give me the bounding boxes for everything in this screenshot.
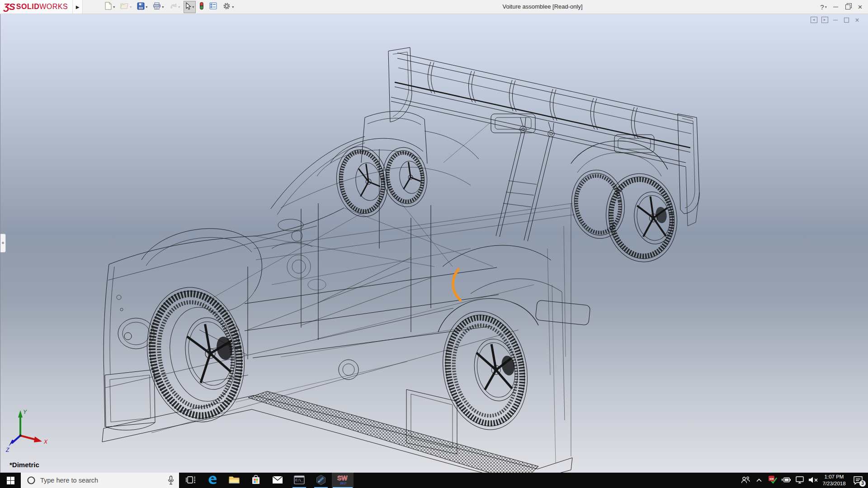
gear-icon [222,2,231,12]
volume-muted-icon [808,476,819,485]
axis-z-label: Z [5,447,9,453]
select-button[interactable]: ▾ [184,1,196,13]
people-icon [741,476,750,485]
file-explorer-icon [229,475,240,486]
minimize-icon [833,20,838,20]
taskbar-app-composer[interactable] [310,473,332,488]
command-prompt-icon: C:\_ [294,475,305,486]
axis-x-label: X [43,439,48,445]
taskbar-clock[interactable]: 1:07 PM 7/23/2018 [820,473,848,488]
tray-volume-muted-button[interactable] [807,473,820,488]
start-button[interactable] [0,473,21,488]
solidworks-logo-text-light: WORKS [39,3,68,11]
chevron-down-icon[interactable]: ▾ [178,5,180,9]
close-icon: × [858,3,863,11]
chevron-down-icon: ▾ [825,5,827,9]
close-button[interactable]: × [854,0,866,14]
tray-show-hidden-icons-button[interactable] [752,473,766,488]
panel-expand-dot-icon [2,242,4,244]
taskbar-app-solidworks-2017[interactable]: SW2017 [332,473,354,488]
graphics-area[interactable]: ◂ ▸ × Y X Z *Dimetric [0,14,868,473]
chevron-down-icon[interactable]: ▾ [113,5,115,9]
taskbar-app-task-view[interactable] [180,473,202,488]
chevron-down-icon[interactable]: ▾ [146,5,147,9]
restore-icon [845,5,850,9]
minimize-icon [833,7,838,7]
print-button[interactable]: ▾ [151,1,165,13]
panel-expand-tab[interactable] [0,234,6,253]
svg-text:sw: sw [769,477,774,480]
solidworks-check-icon: sw [768,475,777,485]
svg-text:SW: SW [337,474,348,482]
solidworks-logo-glyph: ƷS [4,1,15,12]
microphone-icon[interactable] [167,475,175,487]
svg-text:C:\_: C:\_ [295,479,303,482]
chevron-up-icon [756,477,762,484]
task-view-icon [186,475,196,486]
clock-date: 7/23/2018 [822,480,845,487]
pane-right-icon: ▸ [821,17,828,23]
undo-icon [169,2,177,11]
solidworks-logo: ƷS SOLID WORKS [0,0,73,14]
chevron-down-icon[interactable]: ▾ [162,5,164,9]
taskbar-app-mail[interactable] [267,473,288,488]
taskbar-app-store[interactable] [245,473,267,488]
doc-restore-button[interactable] [841,16,852,24]
minimize-button[interactable] [830,0,842,14]
model-wireframe-car[interactable] [0,14,868,473]
system-tray: sw 1:07 PM 7/23/2018 3 [739,473,868,488]
store-icon [251,474,261,487]
chevron-down-icon[interactable]: ▾ [232,5,234,9]
tray-solidworks-resource-monitor-button[interactable]: sw [766,473,779,488]
quick-access-toolbar: ▾▾▾▾▾▾▾ [102,0,236,14]
select-cursor-icon [185,2,191,12]
solidworks-logo-text-bold: SOLID [16,3,39,11]
save-icon [137,2,145,12]
document-window-controls: ◂ ▸ × [808,16,863,24]
pane-left-icon: ◂ [811,17,817,23]
save-button[interactable]: ▾ [135,1,149,13]
undo-button: ▾ [167,1,182,13]
open-button: ▾ [118,1,133,13]
close-icon: × [855,16,859,24]
rebuild-traffic-light-icon [199,2,204,12]
axis-y-label: Y [23,409,27,415]
document-properties-button[interactable] [208,1,219,13]
settings-button[interactable]: ▾ [221,0,236,14]
taskbar-search-input[interactable]: Type here to search [21,473,179,488]
restore-icon [844,18,849,23]
tray-power-button[interactable] [779,473,793,488]
svg-text:2017: 2017 [340,482,347,485]
pane-right-button[interactable]: ▸ [819,16,830,24]
taskbar-app-command-prompt[interactable]: C:\_ [288,473,310,488]
selected-edge-highlight [453,269,460,300]
doc-close-button[interactable]: × [852,16,863,24]
taskbar-app-edge[interactable] [202,473,223,488]
taskbar-app-file-explorer[interactable] [223,473,245,488]
toolbar-flyout-button[interactable]: ▶ [73,0,83,14]
taskbar-apps: C:\_SW2017 [180,473,354,488]
rebuild-button[interactable] [198,0,206,13]
tray-people-button[interactable] [739,473,752,488]
mail-icon [272,476,283,485]
chevron-down-icon[interactable]: ▾ [130,5,132,9]
hexagon-app-icon [316,474,326,487]
new-document-button[interactable]: ▾ [103,0,117,13]
doc-minimize-button[interactable] [830,16,841,24]
document-title: Voiture assomblee [Read-only] [217,0,868,14]
help-button[interactable]: ?▾ [817,0,830,14]
open-folder-icon [120,2,129,11]
title-bar: ƷS SOLID WORKS ▶ ▾▾▾▾▾▾▾ Voiture assombl… [0,0,868,14]
pane-left-button[interactable]: ◂ [808,16,819,24]
action-center-button[interactable]: 3 [848,473,868,488]
new-document-icon [104,2,112,12]
restore-button[interactable] [842,0,854,14]
notification-badge: 3 [859,480,866,487]
print-icon [153,2,161,12]
chevron-down-icon[interactable]: ▾ [192,5,194,9]
clock-time: 1:07 PM [825,474,844,480]
tray-network-button[interactable] [793,473,807,488]
solidworks-icon: SW2017 [337,474,349,487]
window-controls: ?▾ × [817,0,866,14]
cortana-icon [27,476,36,485]
